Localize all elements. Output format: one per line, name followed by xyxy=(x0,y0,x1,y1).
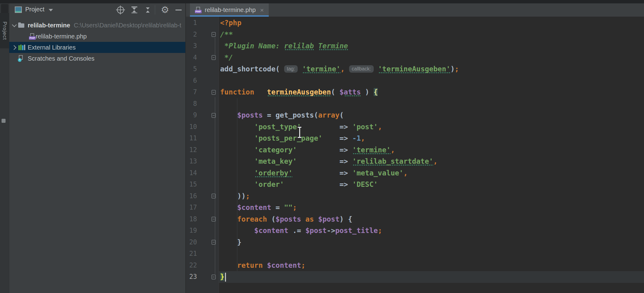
line-number: 15 xyxy=(186,179,197,191)
code-token: = xyxy=(271,203,284,211)
code-text: $posts = get_posts(array( xyxy=(219,110,644,121)
fold-marker-down[interactable] xyxy=(211,217,216,222)
line-number: 12 xyxy=(186,144,197,156)
code-line-5[interactable]: 5add_shortcode( tag: 'termine', callback… xyxy=(186,63,644,75)
code-token: ; xyxy=(246,192,250,200)
chevron-down-icon[interactable] xyxy=(49,9,53,11)
code-line-3[interactable]: 3 *Plugin Name: relilab Termine xyxy=(186,40,644,52)
line-number: 7 xyxy=(186,86,197,98)
project-view-icon xyxy=(15,6,22,13)
code-line-12[interactable]: 12 'category' => 'termine', xyxy=(186,144,644,156)
line-number: 3 xyxy=(186,40,197,52)
code-token: ) xyxy=(361,88,374,96)
code-token xyxy=(220,157,254,165)
code-token xyxy=(220,180,254,188)
tree-item-label: relilab-termine.php xyxy=(36,33,87,40)
code-line-21[interactable]: 21 xyxy=(186,248,644,260)
code-token: "" xyxy=(284,203,293,211)
tree-row-file[interactable]: PHPrelilab-termine.php xyxy=(9,31,185,42)
fold-marker-up[interactable] xyxy=(211,194,216,199)
code-line-17[interactable]: 17 $content = ""; xyxy=(186,202,644,214)
code-line-4[interactable]: 4 */ xyxy=(186,52,644,64)
code-token xyxy=(314,42,318,50)
code-line-11[interactable]: 11 'posts_per_page' => -1, xyxy=(186,133,644,144)
line-number: 21 xyxy=(186,248,197,260)
code-token: ) xyxy=(450,65,455,73)
code-text xyxy=(219,75,644,87)
line-number: 2 xyxy=(186,29,197,41)
code-text: } xyxy=(219,271,644,283)
code-line-7[interactable]: 7function termineAusgeben( $atts ) { xyxy=(186,86,644,98)
line-number: 5 xyxy=(186,63,197,75)
locate-file-button[interactable] xyxy=(116,6,125,14)
code-token: <?php xyxy=(220,19,241,27)
chevron-collapsed-icon[interactable] xyxy=(11,44,18,51)
code-line-14[interactable]: 14 'orderby' => 'meta_value', xyxy=(186,167,644,179)
gutter-cell: 8 xyxy=(186,98,219,110)
code-token: $content xyxy=(254,227,288,235)
code-token: /** xyxy=(220,30,233,38)
settings-gear-icon[interactable]: ⚙ xyxy=(160,6,170,14)
tree-item-label: Scratches and Consoles xyxy=(28,55,95,62)
code-token: 'DESC' xyxy=(352,180,378,188)
collapse-all-button[interactable] xyxy=(143,6,152,14)
code-token: , xyxy=(378,123,382,131)
code-line-8[interactable]: 8 xyxy=(186,98,644,110)
fold-marker-down[interactable] xyxy=(211,32,216,37)
code-line-2[interactable]: 2/** xyxy=(186,29,644,41)
code-token: } xyxy=(220,238,241,246)
code-line-9[interactable]: 9 $posts = get_posts(array( xyxy=(186,110,644,121)
code-token: ( xyxy=(267,215,276,223)
tab-relilab-termine-php[interactable]: PHP relilab-termine.php × xyxy=(190,3,269,17)
target-icon xyxy=(117,6,124,14)
fold-marker-up[interactable] xyxy=(211,55,216,60)
tree-row-external-libraries[interactable]: External Libraries xyxy=(9,42,185,53)
code-token: => xyxy=(284,180,352,188)
code-token: => xyxy=(301,123,352,131)
code-line-20[interactable]: 20 } xyxy=(186,237,644,248)
code-line-18[interactable]: 18 foreach ($posts as $post) { xyxy=(186,214,644,225)
code-line-23[interactable]: 23} xyxy=(186,271,644,283)
tab-close-icon[interactable]: × xyxy=(260,6,264,14)
tree-row-scratches[interactable]: Scratches and Consoles xyxy=(9,53,185,64)
fold-marker-down[interactable] xyxy=(211,90,216,95)
code-token: -1 xyxy=(352,134,361,142)
fold-marker-up[interactable] xyxy=(211,240,216,245)
code-text: 'post_type' => 'post', xyxy=(219,121,644,133)
code-text: $content .= $post->post_title; xyxy=(219,225,644,237)
code-token: 'post_type' xyxy=(254,123,301,131)
project-panel-title[interactable]: Project xyxy=(25,6,44,13)
code-text: function termineAusgeben( $atts ) { xyxy=(219,86,644,98)
stripe-structure-icon[interactable] xyxy=(2,119,6,123)
code-token: 'posts_per_page' xyxy=(254,134,323,142)
chevron-expanded-icon[interactable] xyxy=(11,22,18,29)
php-file-icon: PHP xyxy=(195,7,202,13)
stripe-button-project[interactable]: Project xyxy=(0,13,9,48)
code-token: foreach xyxy=(237,215,267,223)
code-token: , xyxy=(361,134,365,142)
expand-all-button[interactable] xyxy=(130,6,139,14)
code-text xyxy=(219,98,644,110)
code-line-19[interactable]: 19 $content .= $post->post_title; xyxy=(186,225,644,237)
code-token xyxy=(314,215,318,223)
line-number: 20 xyxy=(186,237,197,248)
code-line-22[interactable]: 22 return $content; xyxy=(186,260,644,271)
tree-item-label: relilab-termine xyxy=(28,22,70,29)
code-text: 'category' => 'termine', xyxy=(219,144,644,156)
code-line-6[interactable]: 6 xyxy=(186,75,644,87)
hide-panel-button[interactable] xyxy=(174,6,183,14)
line-number: 22 xyxy=(186,260,197,271)
fold-marker-down[interactable] xyxy=(211,113,216,118)
code-token: $posts xyxy=(237,111,263,119)
code-token: , xyxy=(403,169,408,177)
code-line-10[interactable]: 10 'post_type' => 'post', xyxy=(186,121,644,133)
code-viewport[interactable]: 1<?php2/**3 *Plugin Name: relilab Termin… xyxy=(186,17,644,293)
code-line-13[interactable]: 13 'meta_key' => 'relilab_startdate', xyxy=(186,156,644,167)
tree-row-root[interactable]: relilab-termineC:\Users\Daniel\Desktop\r… xyxy=(9,20,185,31)
fold-marker-up[interactable] xyxy=(211,275,216,279)
code-line-15[interactable]: 15 'order' => 'DESC' xyxy=(186,179,644,191)
code-line-16[interactable]: 16 )); xyxy=(186,191,644,202)
code-line-1[interactable]: 1<?php xyxy=(186,17,644,29)
editor-area: PHP relilab-termine.php × 1<?php2/**3 *P… xyxy=(186,3,644,293)
chevron-spacer xyxy=(11,55,18,62)
